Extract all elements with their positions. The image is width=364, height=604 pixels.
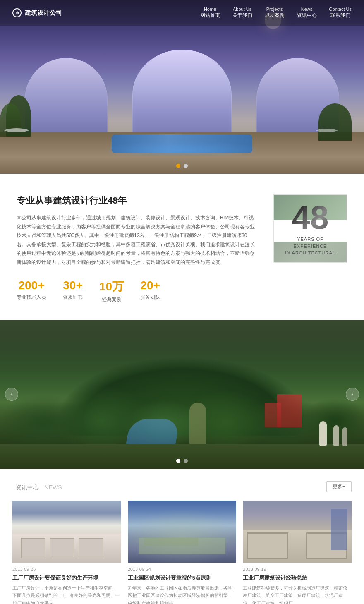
news-image-1 xyxy=(128,501,237,563)
logo-text: 建筑设计公司 xyxy=(25,9,62,17)
news-image-0 xyxy=(12,501,121,563)
news-summary-0: 工厂厂房设计，本质是在创造一个生产和生存空间，下面几点是必须做到的：1、有良好的… xyxy=(12,584,121,604)
news-card-title-2: 工业厂房建筑设计经验总结 xyxy=(243,574,352,582)
about-section: 专业从事建筑设计行业48年 本公司从事建筑设计行业多年，通过城市规划、建筑设计、… xyxy=(0,174,364,320)
stats-row: 200+ 专业技术人员 30+ 资质证书 10万 经典案例 20+ 服务团队 xyxy=(17,279,256,303)
banner-dot-1[interactable] xyxy=(176,459,180,463)
news-grid: 2013-09-26 工厂厂房设计要保证良好的生产环境 工厂厂房设计，本质是在创… xyxy=(12,501,352,604)
news-card-1[interactable]: 2013-09-24 工业园区规划设计要重视的5点原则 近年来，各地的工业园区如… xyxy=(128,501,237,604)
about-description: 本公司从事建筑设计行业多年，通过城市规划、建筑设计、装修设计、景观设计、技术咨询… xyxy=(17,213,256,267)
stat-label-0: 专业技术人员 xyxy=(17,294,46,301)
about-content: 专业从事建筑设计行业48年 本公司从事建筑设计行业多年，通过城市规划、建筑设计、… xyxy=(17,194,256,303)
hero-dot-1[interactable] xyxy=(176,164,180,168)
stat-number-0: 200+ xyxy=(17,279,46,292)
banner-carousel-dots xyxy=(176,459,188,463)
news-summary-1: 近年来，各地的工业园区如雨后春笋般冒出来，各地区把工业园区建设作为拉动区域经济增… xyxy=(128,584,237,604)
news-card-2[interactable]: 2013-09-19 工业厂房建筑设计经验总结 工业建筑种类繁多，可分为机械制造… xyxy=(243,501,352,604)
stat-item-1: 30+ 资质证书 xyxy=(63,279,83,303)
stat-number-1: 30+ xyxy=(63,279,83,292)
hero-dot-2[interactable] xyxy=(184,164,188,168)
globe-icon: ⊕ xyxy=(12,8,22,17)
hero-carousel-dots xyxy=(176,164,188,168)
nav-item-3[interactable]: News资讯中心 xyxy=(297,7,317,19)
stat-label-2: 经典案例 xyxy=(99,296,124,303)
hero-section xyxy=(0,0,364,174)
nav-item-1[interactable]: About Us关于我们 xyxy=(232,7,252,19)
news-header: 资讯中心 NEWS 更多+ xyxy=(12,481,352,492)
news-summary-2: 工业建筑种类繁多，可分为机械制造厂建筑、精密仪表厂建筑、航空工厂建筑、造船厂建筑… xyxy=(243,584,352,604)
stat-label-1: 资质证书 xyxy=(63,294,83,301)
stat-item-0: 200+ 专业技术人员 xyxy=(17,279,46,303)
news-date-0: 2013-09-26 xyxy=(12,567,121,572)
more-button[interactable]: 更多+ xyxy=(326,481,352,492)
about-badge: 48 YEARS OF EXPERIENCEIN ARCHITECTURAL xyxy=(273,194,347,263)
years-text: YEARS OF EXPERIENCEIN ARCHITECTURAL xyxy=(280,236,341,256)
about-title: 专业从事建筑设计行业48年 xyxy=(17,194,256,207)
news-section: 资讯中心 NEWS 更多+ 2013-09-26 工厂厂房设计要保证良好的生产环… xyxy=(0,469,364,604)
site-logo[interactable]: ⊕ 建筑设计公司 xyxy=(12,8,62,17)
years-number: 48 xyxy=(280,201,341,234)
nav-item-0[interactable]: Home网站首页 xyxy=(200,7,220,19)
stat-item-3: 20+ 服务团队 xyxy=(140,279,160,303)
banner-dot-2[interactable] xyxy=(184,459,188,463)
nav-item-4[interactable]: Contact Us联系我们 xyxy=(329,7,352,19)
banner-arrow-right[interactable]: › xyxy=(346,388,359,401)
stat-item-2: 10万 经典案例 xyxy=(99,279,124,303)
news-card-0[interactable]: 2013-09-26 工厂厂房设计要保证良好的生产环境 工厂厂房设计，本质是在创… xyxy=(12,501,121,604)
stat-label-3: 服务团队 xyxy=(140,294,160,301)
stat-number-2: 10万 xyxy=(99,279,124,295)
news-date-1: 2013-09-24 xyxy=(128,567,237,572)
banner-section: ‹ › xyxy=(0,320,364,469)
news-card-title-0: 工厂厂房设计要保证良好的生产环境 xyxy=(12,574,121,582)
news-image-2 xyxy=(243,501,352,563)
banner-arrow-left[interactable]: ‹ xyxy=(5,388,18,401)
nav-item-2[interactable]: Projects成功案例 xyxy=(265,7,285,19)
main-nav: Home网站首页About Us关于我们Projects成功案例News资讯中心… xyxy=(200,7,352,19)
news-date-2: 2013-09-19 xyxy=(243,567,352,572)
news-card-title-1: 工业园区规划设计要重视的5点原则 xyxy=(128,574,237,582)
site-header: ⊕ 建筑设计公司 Home网站首页About Us关于我们Projects成功案… xyxy=(0,0,364,26)
news-title: 资讯中心 NEWS xyxy=(12,482,62,491)
stat-number-3: 20+ xyxy=(140,279,160,292)
